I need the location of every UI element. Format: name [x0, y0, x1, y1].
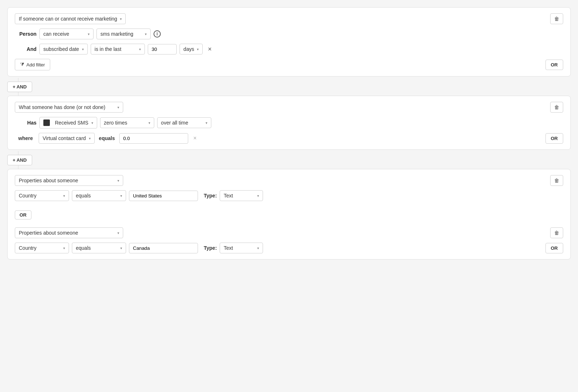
- block3-type-dropdown[interactable]: Text ▾: [220, 190, 263, 201]
- block2-value-input[interactable]: [119, 133, 188, 144]
- block1-delete-icon: 🗑: [554, 16, 559, 22]
- block2-property-label: Virtual contact card: [43, 135, 86, 141]
- block3b-value-input[interactable]: [129, 243, 198, 253]
- block3b-type-dropdown[interactable]: Text ▾: [220, 243, 263, 253]
- block2-has-row: Has Received SMS ▾ zero times ▾ over all…: [15, 117, 563, 129]
- block3b-country-chevron-icon: ▾: [63, 246, 65, 250]
- block3-main-chevron-icon: ▾: [117, 179, 119, 183]
- block2-x-icon: ×: [193, 135, 197, 141]
- block1-person-row: Person can receive ▾ sms marketing ▾ i: [15, 29, 563, 39]
- filter-block-1-header: If someone can or cannot receive marketi…: [15, 13, 563, 24]
- block2-timeframe-label: over all time: [161, 120, 188, 126]
- block1-add-filter-button[interactable]: ⧩ Add filter: [15, 59, 50, 70]
- block3b-country-row: Country ▾ equals ▾ Type: Text ▾ OR: [15, 243, 563, 253]
- block1-and-label: And: [15, 46, 36, 52]
- block2-action-chevron-icon: ▾: [91, 121, 93, 125]
- block1-marketing-type-chevron-icon: ▾: [145, 32, 147, 36]
- block1-days-value-input[interactable]: [148, 44, 177, 55]
- add-and-button-2[interactable]: + AND: [7, 155, 32, 165]
- filter-block-3: Properties about someone ▾ 🗑 Country ▾ e…: [7, 169, 571, 260]
- block1-marketing-type-label: sms marketing: [100, 31, 133, 37]
- block3b-type-chevron-icon: ▾: [257, 246, 259, 250]
- block3-country-chevron-icon: ▾: [63, 194, 65, 198]
- block3-main-dropdown-label: Properties about someone: [19, 178, 78, 183]
- block1-add-filter-label: Add filter: [26, 62, 45, 67]
- block3b-country-dropdown[interactable]: Country ▾: [15, 243, 69, 253]
- block1-subscribed-date-chevron-icon: ▾: [82, 47, 84, 51]
- block2-has-label: Has: [15, 120, 36, 126]
- block2-property-dropdown[interactable]: Virtual contact card ▾: [39, 133, 95, 144]
- block3-type-label-val: Text: [224, 193, 233, 199]
- filter-block-2: What someone has done (or not done) ▾ 🗑 …: [7, 96, 571, 150]
- block2-or-button[interactable]: OR: [545, 133, 564, 144]
- block2-sms-icon: [43, 119, 50, 126]
- block2-times-label: zero times: [104, 120, 128, 126]
- block2-action-label: Received SMS: [55, 120, 89, 126]
- block1-can-receive-chevron-icon: ▾: [88, 32, 90, 36]
- block2-times-dropdown[interactable]: zero times ▾: [100, 117, 154, 128]
- block1-marketing-type-dropdown[interactable]: sms marketing ▾: [96, 29, 151, 39]
- block2-delete-button[interactable]: 🗑: [550, 102, 563, 113]
- block3-country-label: Country: [19, 193, 36, 199]
- block3-equals-dropdown[interactable]: equals ▾: [72, 190, 126, 201]
- block3b-main-dropdown-label: Properties about someone: [19, 230, 78, 236]
- block2-timeframe-dropdown[interactable]: over all time ▾: [157, 117, 211, 128]
- block3b-delete-button[interactable]: 🗑: [550, 227, 563, 238]
- block2-main-chevron-icon: ▾: [117, 105, 119, 109]
- block2-where-row: where Virtual contact card ▾ equals × OR: [15, 133, 563, 144]
- block1-is-in-last-dropdown[interactable]: is in the last ▾: [91, 44, 145, 55]
- block3b-or-button[interactable]: OR: [545, 243, 564, 253]
- block3b-delete-icon: 🗑: [554, 230, 559, 236]
- block1-filter-icon: ⧩: [20, 62, 24, 67]
- block1-is-in-last-chevron-icon: ▾: [139, 47, 141, 51]
- block1-main-dropdown[interactable]: If someone can or cannot receive marketi…: [15, 13, 126, 24]
- block3-country-dropdown[interactable]: Country ▾: [15, 190, 69, 201]
- block3b-equals-dropdown[interactable]: equals ▾: [72, 243, 126, 253]
- and-connector-2: + AND: [7, 151, 571, 169]
- block1-can-receive-label: can receive: [43, 31, 69, 37]
- block2-times-chevron-icon: ▾: [148, 121, 150, 125]
- block3-equals-chevron-icon: ▾: [120, 194, 122, 198]
- and-connector-1: + AND: [7, 78, 571, 96]
- block3-delete-button[interactable]: 🗑: [550, 175, 563, 186]
- filter-block-3b-header: Properties about someone ▾ 🗑: [15, 227, 563, 238]
- block1-remove-date-filter-button[interactable]: ×: [206, 44, 214, 54]
- block2-main-dropdown-label: What someone has done (or not done): [19, 104, 105, 110]
- block1-info-icon[interactable]: i: [154, 30, 161, 38]
- block3b-equals-chevron-icon: ▾: [120, 246, 122, 250]
- block1-subscribed-date-dropdown[interactable]: subscribed date ▾: [39, 44, 88, 55]
- block1-days-unit-label: days: [184, 46, 194, 52]
- filter-block-1: If someone can or cannot receive marketi…: [7, 7, 571, 77]
- add-and-button-1[interactable]: + AND: [7, 82, 32, 92]
- block3-type-label: Type:: [204, 193, 217, 199]
- block2-timeframe-chevron-icon: ▾: [206, 121, 207, 125]
- filter-block-3-header: Properties about someone ▾ 🗑: [15, 175, 563, 186]
- block2-action-dropdown[interactable]: Received SMS ▾: [39, 117, 97, 129]
- block2-property-chevron-icon: ▾: [89, 136, 91, 140]
- block3b-country-label: Country: [19, 245, 36, 251]
- block3-or-separator: OR: [15, 205, 563, 225]
- block3b-type-label-val: Text: [224, 245, 233, 251]
- block1-close-icon: ×: [208, 45, 212, 53]
- block3-value-input[interactable]: [129, 191, 198, 201]
- block1-delete-button[interactable]: 🗑: [550, 13, 563, 24]
- block2-equals-label: equals: [98, 135, 116, 141]
- block1-main-dropdown-label: If someone can or cannot receive marketi…: [19, 16, 117, 22]
- block3-main-dropdown[interactable]: Properties about someone ▾: [15, 175, 123, 186]
- block2-delete-icon: 🗑: [554, 104, 559, 110]
- block3-or-separator-label: OR: [15, 210, 31, 219]
- block1-main-chevron-icon: ▾: [120, 17, 122, 21]
- block3b-main-dropdown[interactable]: Properties about someone ▾: [15, 227, 123, 238]
- block1-is-in-last-label: is in the last: [95, 46, 121, 52]
- block3b-type-label: Type:: [204, 245, 217, 251]
- filter-block-2-header: What someone has done (or not done) ▾ 🗑: [15, 102, 563, 113]
- block3-country-row: Country ▾ equals ▾ Type: Text ▾: [15, 190, 563, 201]
- block3-equals-label: equals: [76, 193, 91, 199]
- block2-clear-value-button[interactable]: ×: [191, 134, 199, 142]
- block1-days-unit-dropdown[interactable]: days ▾: [180, 44, 203, 55]
- block2-main-dropdown[interactable]: What someone has done (or not done) ▾: [15, 102, 123, 113]
- block1-or-button[interactable]: OR: [545, 60, 564, 70]
- block1-can-receive-dropdown[interactable]: can receive ▾: [39, 29, 94, 39]
- block1-days-unit-chevron-icon: ▾: [197, 47, 199, 51]
- block3b-equals-label: equals: [76, 245, 91, 251]
